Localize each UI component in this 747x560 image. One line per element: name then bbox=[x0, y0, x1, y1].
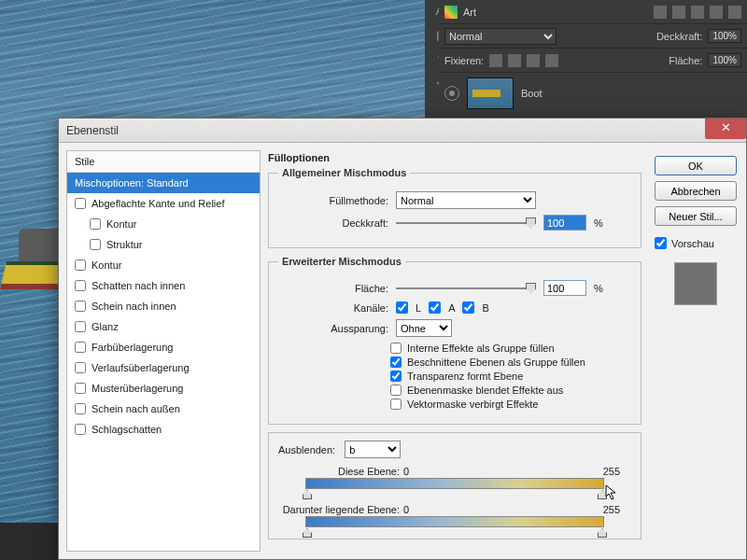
adv-opt-row-1: Beschnittene Ebenen als Gruppe füllen bbox=[390, 357, 631, 368]
blend-method-select[interactable]: Normal bbox=[396, 191, 536, 209]
style-label-7: Glanz bbox=[92, 321, 119, 332]
blend-mode-select[interactable]: Normal bbox=[444, 28, 557, 45]
style-item-7[interactable]: Glanz bbox=[67, 316, 260, 337]
lock-transparency-icon[interactable] bbox=[489, 54, 502, 67]
lock-pixels-icon[interactable] bbox=[508, 54, 521, 67]
style-item-6[interactable]: Schein nach innen bbox=[67, 296, 260, 316]
general-blend-group: Allgemeiner Mischmodus Füllmethode: Norm… bbox=[268, 167, 641, 248]
dialog-buttons: OK Abbrechen Neuer Stil... Vorschau bbox=[655, 143, 746, 559]
advanced-legend: Erweiterter Mischmodus bbox=[278, 256, 405, 267]
opacity-value[interactable]: 100% bbox=[708, 29, 741, 43]
style-item-9[interactable]: Verlaufsüberlagerung bbox=[67, 357, 260, 378]
preset-label: Art bbox=[463, 7, 476, 18]
blend-if-group: Ausblenden: b Diese Ebene: 0 255 bbox=[268, 432, 641, 539]
panel-icon-3[interactable] bbox=[691, 6, 704, 19]
style-item-0[interactable]: Mischoptionen: Standard bbox=[67, 173, 260, 193]
style-item-11[interactable]: Schein nach außen bbox=[67, 399, 260, 419]
under-white-stop[interactable] bbox=[598, 528, 607, 538]
layer-thumbnail[interactable] bbox=[467, 77, 514, 109]
opacity-input[interactable] bbox=[543, 215, 586, 231]
adv-opt-row-3: Ebenenmaske blendet Effekte aus bbox=[390, 385, 631, 396]
fill-input[interactable] bbox=[543, 280, 586, 296]
style-checkbox-2[interactable] bbox=[90, 218, 101, 230]
this-black-stop[interactable] bbox=[303, 490, 312, 499]
panel-icon-4[interactable] bbox=[710, 6, 723, 19]
style-checkbox-3[interactable] bbox=[90, 239, 101, 250]
style-item-4[interactable]: Kontur bbox=[67, 255, 260, 275]
style-checkbox-9[interactable] bbox=[75, 362, 86, 373]
panel-icon-5[interactable] bbox=[728, 6, 741, 19]
style-item-12[interactable]: Schlagschatten bbox=[67, 419, 260, 440]
style-checkbox-6[interactable] bbox=[75, 301, 86, 312]
adv-opt-checkbox-4[interactable] bbox=[390, 399, 402, 410]
ok-button[interactable]: OK bbox=[655, 156, 737, 175]
close-icon[interactable]: ✕ bbox=[705, 119, 746, 139]
adv-opt-checkbox-1[interactable] bbox=[390, 357, 402, 368]
this-layer-label: Diese Ebene: bbox=[278, 466, 400, 477]
lock-position-icon[interactable] bbox=[527, 54, 540, 67]
style-item-8[interactable]: Farbüberlagerung bbox=[67, 337, 260, 357]
adv-opt-checkbox-0[interactable] bbox=[390, 343, 402, 354]
new-style-button[interactable]: Neuer Stil... bbox=[655, 206, 737, 226]
style-checkbox-8[interactable] bbox=[75, 342, 86, 353]
style-label-1: Abgeflachte Kante und Relief bbox=[92, 198, 225, 209]
this-high-value: 255 bbox=[603, 466, 620, 477]
style-item-3[interactable]: Struktur bbox=[67, 234, 260, 255]
knockout-select[interactable]: Ohne bbox=[396, 319, 452, 337]
fill-label: Fläche: bbox=[669, 55, 702, 66]
pct-label: % bbox=[594, 217, 603, 229]
style-label-6: Schein nach innen bbox=[92, 301, 176, 312]
style-checkbox-5[interactable] bbox=[75, 280, 86, 291]
fill-slider[interactable] bbox=[396, 287, 536, 289]
under-layer-label: Darunter liegende Ebene: bbox=[278, 504, 400, 515]
pct-label-2: % bbox=[594, 283, 603, 294]
under-layer-gradient[interactable] bbox=[305, 516, 604, 527]
dialog-titlebar[interactable]: Ebenenstil ✕ bbox=[59, 119, 746, 143]
style-checkbox-1[interactable] bbox=[75, 198, 86, 209]
blendif-channel-select[interactable]: b bbox=[345, 441, 401, 458]
style-checkbox-7[interactable] bbox=[75, 321, 86, 332]
lock-all-icon[interactable] bbox=[545, 54, 558, 67]
preview-checkbox[interactable] bbox=[655, 237, 667, 249]
style-checkbox-10[interactable] bbox=[75, 383, 86, 394]
styles-list: Stile Mischoptionen: StandardAbgeflachte… bbox=[66, 150, 261, 552]
blendif-label: Ausblenden: bbox=[278, 444, 335, 455]
under-black-stop[interactable] bbox=[303, 528, 312, 538]
style-item-1[interactable]: Abgeflachte Kante und Relief bbox=[67, 193, 260, 214]
style-checkbox-12[interactable] bbox=[75, 424, 86, 435]
style-label-0: Mischoptionen: Standard bbox=[75, 177, 189, 189]
adv-opt-row-4: Vektormaske verbirgt Effekte bbox=[390, 399, 631, 410]
channel-b-checkbox[interactable] bbox=[462, 301, 474, 314]
preset-picker-icon[interactable] bbox=[444, 6, 458, 19]
panel-icon-1[interactable] bbox=[654, 6, 667, 19]
style-item-5[interactable]: Schatten nach innen bbox=[67, 275, 260, 296]
blend-method-label: Füllmethode: bbox=[278, 195, 388, 206]
options-column: Fülloptionen Allgemeiner Mischmodus Füll… bbox=[268, 143, 655, 559]
style-label-8: Farbüberlagerung bbox=[92, 342, 173, 353]
visibility-eye-icon[interactable] bbox=[444, 86, 459, 101]
preview-swatch bbox=[674, 262, 717, 305]
channel-a-checkbox[interactable] bbox=[429, 301, 441, 314]
fill-value[interactable]: 100% bbox=[708, 53, 741, 67]
style-label-11: Schein nach außen bbox=[92, 403, 180, 414]
style-item-10[interactable]: Musterüberlagerung bbox=[67, 378, 260, 399]
general-legend: Allgemeiner Mischmodus bbox=[278, 167, 410, 178]
adv-opt-checkbox-2[interactable] bbox=[390, 371, 402, 382]
channels-label: Kanäle: bbox=[278, 302, 388, 314]
style-checkbox-11[interactable] bbox=[75, 403, 86, 414]
opacity-slider[interactable] bbox=[396, 222, 536, 224]
style-item-2[interactable]: Kontur bbox=[67, 214, 260, 234]
layer-name: Boot bbox=[521, 88, 543, 99]
this-white-stop[interactable] bbox=[598, 490, 607, 499]
channel-l-checkbox[interactable] bbox=[396, 301, 408, 314]
layer-row[interactable]: Boot bbox=[439, 73, 747, 114]
style-label-9: Verlaufsüberlagerung bbox=[92, 362, 190, 373]
style-label-2: Kontur bbox=[106, 218, 136, 230]
opacity-label-2: Deckkraft: bbox=[278, 217, 388, 229]
this-layer-gradient[interactable] bbox=[305, 478, 604, 489]
style-checkbox-4[interactable] bbox=[75, 259, 86, 271]
cancel-button[interactable]: Abbrechen bbox=[655, 181, 737, 201]
panel-icon-2[interactable] bbox=[672, 6, 685, 19]
adv-opt-checkbox-3[interactable] bbox=[390, 385, 402, 396]
under-high-value: 255 bbox=[603, 504, 620, 515]
